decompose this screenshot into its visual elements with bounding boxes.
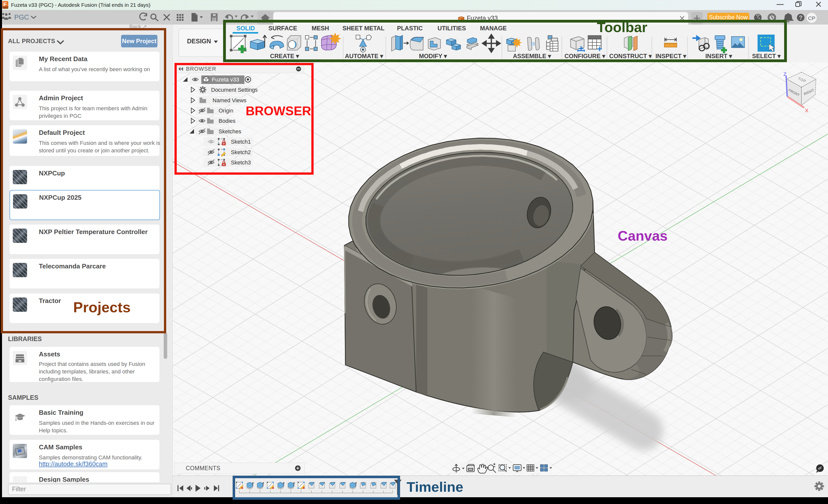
svg-text:PGC: PGC	[14, 13, 29, 21]
svg-text:?: ?	[799, 14, 803, 21]
svg-text:Z: Z	[783, 71, 787, 77]
svg-text:X: X	[805, 108, 809, 113]
svg-text:CP: CP	[808, 15, 815, 21]
